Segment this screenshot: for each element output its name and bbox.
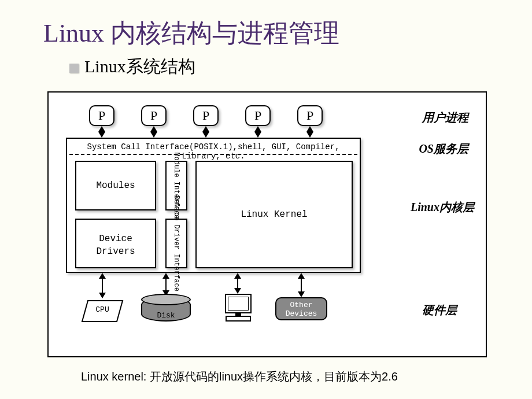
layer-label-kernel: Linux内核层 <box>411 200 474 215</box>
linux-kernel-box: Linux Kernel <box>195 161 353 268</box>
process-box: P <box>141 105 167 126</box>
bullet-icon <box>69 64 79 73</box>
device-driver-interface-box: Device Driver Interface <box>165 219 187 268</box>
process-box: P <box>89 105 114 126</box>
monitor-icon <box>221 294 256 322</box>
arrow-icon <box>102 274 103 297</box>
process-box: P <box>297 105 323 126</box>
device-drivers-box: Device Drivers <box>75 219 156 268</box>
arrow-icon <box>301 274 302 296</box>
dashed-divider <box>69 154 357 155</box>
drivers-line1: Device <box>99 234 132 244</box>
arrow-icon <box>205 127 206 136</box>
modules-box: Modules <box>75 161 156 210</box>
ddi-line2: Driver <box>172 225 180 250</box>
other-devices-box: Other Devices <box>275 297 327 320</box>
arrow-icon <box>237 274 238 293</box>
drivers-line2: Drivers <box>96 246 135 257</box>
other-line2: Devices <box>286 309 317 318</box>
arrow-icon <box>153 127 154 136</box>
disk-label: Disk <box>141 311 191 320</box>
arrow-icon <box>101 127 102 136</box>
ddi-line1: Device <box>172 195 180 220</box>
process-box: P <box>193 105 219 126</box>
footer-note: Linux kernel: 开放源代码的linux操作系统内核，目前版本为2.6 <box>81 369 398 385</box>
arrow-icon <box>309 127 311 136</box>
other-line1: Other <box>290 301 312 309</box>
layer-label-hardware: 硬件层 <box>422 302 457 318</box>
arrow-icon <box>165 274 167 295</box>
ddi-line3: Interface <box>172 254 180 291</box>
layer-label-user: 用户进程 <box>422 110 468 125</box>
mi-line1: Module <box>172 152 180 177</box>
os-service-container: System Call Interface(POSIX.1),shell, GU… <box>66 138 361 273</box>
arrow-icon <box>257 127 258 136</box>
layer-label-os: OS服务层 <box>419 141 468 157</box>
slide-subtitle: Linux系统结构 <box>0 50 532 79</box>
subtitle-text: Linux系统结构 <box>84 57 195 76</box>
slide-title: Linux 内核结构与进程管理 <box>0 0 532 50</box>
syscall-interface-label: System Call Interface(POSIX.1),shell, GU… <box>67 142 360 161</box>
cpu-label: CPU <box>81 305 124 314</box>
architecture-diagram: 用户进程 OS服务层 Linux内核层 硬件层 P P P P P System… <box>47 91 487 357</box>
process-box: P <box>245 105 271 126</box>
